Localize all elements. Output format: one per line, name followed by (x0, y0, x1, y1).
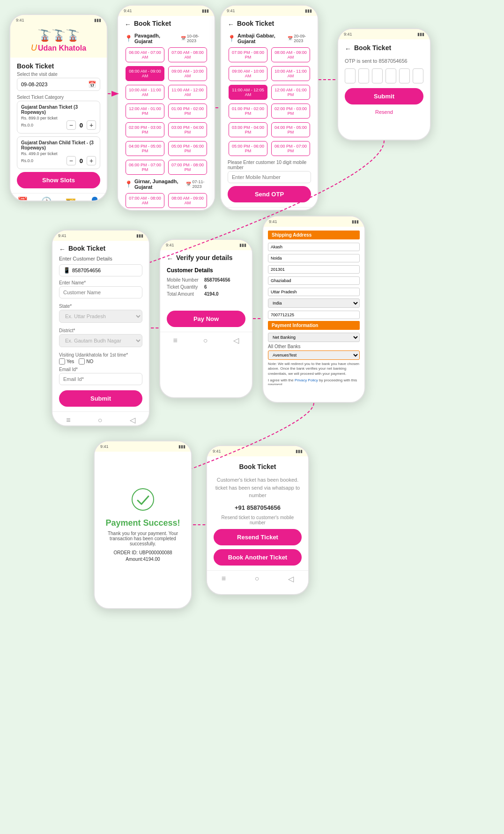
otp-input-area (345, 68, 423, 83)
slot-girnar-0800-0900[interactable]: 08:00 AM - 09:00 AM (168, 193, 207, 208)
ship-district[interactable] (268, 276, 360, 285)
date-input-row[interactable]: 09-08-2023 📅 (17, 78, 100, 91)
ambaji-slot-1100-1200[interactable]: 11:00 AM - 12:05 AM (229, 85, 267, 100)
date-label: Select the visit date (17, 72, 100, 77)
nav-home-6[interactable]: ○ (203, 336, 208, 345)
back-arrow-3[interactable]: ← (228, 21, 234, 28)
slot-girnar-0700-0800[interactable]: 07:00 AM - 08:00 AM (126, 193, 164, 208)
ship-city[interactable] (268, 254, 360, 262)
ambaji-slot-0400-0500pm[interactable]: 04:00 PM - 05:00 PM (271, 122, 310, 137)
slot-0900-1000[interactable]: 09:00 AM - 10:00 AM (168, 66, 207, 81)
slot-1200-0100pm[interactable]: 12:00 AM - 01:00 PM (126, 104, 164, 119)
submit-otp-btn[interactable]: Submit (345, 88, 423, 104)
slots-grid-girnar: 07:00 AM - 08:00 AM 08:00 AM - 09:00 AM (125, 192, 208, 209)
send-otp-btn-3[interactable]: Send OTP (228, 186, 311, 202)
nav-menu-5[interactable]: ≡ (66, 416, 70, 424)
ambaji-slot-1000-1100[interactable]: 10:00 AM - 11:00 AM (271, 66, 310, 81)
otp-box-1[interactable] (345, 68, 356, 83)
checkbox-no: NO (79, 358, 93, 365)
phone-booking-confirmed: 9:41 ▮▮▮ Book Ticket Customer's ticket h… (206, 445, 309, 595)
slot-0100-0200pm[interactable]: 01:00 PM - 02:00 PM (168, 104, 207, 119)
back-arrow-5[interactable]: ← (59, 246, 66, 253)
back-arrow-4[interactable]: ← (345, 45, 351, 52)
slot-0600-0700[interactable]: 06:00 AM - 07:00 AM (126, 47, 164, 62)
submit-details-btn[interactable]: Submit (59, 390, 142, 407)
nav-back-9[interactable]: ◁ (288, 574, 294, 583)
resend-ticket-btn[interactable]: Resend Ticket (214, 529, 302, 545)
ambaji-slot-0100-0200pm[interactable]: 01:00 PM - 02:00 PM (229, 104, 267, 119)
tab-history[interactable]: 🕐 (41, 196, 52, 201)
calendar-icon[interactable]: 📅 (88, 81, 96, 88)
pay-now-btn[interactable]: Pay Now (167, 311, 245, 327)
slot-0300-0400pm[interactable]: 03:00 PM - 04:00 PM (168, 122, 207, 137)
ship-phone[interactable] (268, 311, 360, 319)
qty-val-1: 0 (80, 122, 83, 129)
yes-checkbox[interactable] (59, 358, 65, 365)
nav-back-5[interactable]: ◁ (130, 416, 135, 424)
slot-0700-0800pm[interactable]: 07:00 PM - 08:00 PM (168, 160, 207, 175)
otp-box-2[interactable] (358, 68, 369, 83)
tab-calendar[interactable]: 📅 (17, 196, 28, 201)
no-checkbox[interactable] (79, 358, 85, 365)
slot-0200-0300pm[interactable]: 02:00 PM - 03:00 PM (126, 122, 164, 137)
district-select[interactable]: Ex. Gautam Budh Nagar (59, 334, 142, 347)
ship-name[interactable] (268, 243, 360, 251)
slot-0600-0700pm[interactable]: 06:00 PM - 07:00 PM (126, 160, 164, 175)
slot-1000-1100[interactable]: 10:00 AM - 11:00 AM (126, 85, 164, 100)
nav-home-9[interactable]: ○ (255, 574, 259, 583)
back-arrow-6[interactable]: ← (167, 255, 173, 262)
resend-otp-link[interactable]: Resend (345, 109, 423, 115)
mobile-label-3: Please Enter customer 10 digit mobile nu… (228, 160, 311, 170)
nav-back-6[interactable]: ◁ (233, 336, 239, 345)
otp-box-6[interactable] (413, 68, 423, 83)
ambaji-slot-0300-0400pm[interactable]: 03:00 PM - 04:00 PM (229, 122, 267, 137)
back-arrow-2[interactable]: ← (125, 21, 131, 28)
slot-0500-0600pm[interactable]: 05:00 PM - 06:00 PM (168, 141, 207, 156)
payment-info-header: Payment Information (268, 321, 360, 330)
email-field-row: Email Id* (59, 367, 142, 388)
slot-0400-0500pm[interactable]: 04:00 PM - 05:00 PM (126, 141, 164, 156)
ship-pin[interactable] (268, 265, 360, 274)
category-label: Select Ticket Category (17, 95, 100, 100)
ambaji-slot-0800-0900[interactable]: 08:00 AM - 09:00 AM (271, 47, 310, 62)
ropeway-illustration: 🚡🚡🚡 (16, 29, 101, 42)
ship-country[interactable]: India (268, 298, 360, 308)
ambaji-slot-0900-1000[interactable]: 09:00 AM - 10:00 AM (229, 66, 267, 81)
ambaji-slot-0600-0700pm[interactable]: 06:00 PM - 07:00 PM (271, 141, 310, 156)
show-slots-button[interactable]: Show Slots (17, 172, 100, 188)
otp-box-4[interactable] (385, 68, 396, 83)
qty-plus-1[interactable]: + (87, 120, 96, 130)
qty-minus-2[interactable]: − (67, 156, 76, 165)
time-8: 9:41 (100, 444, 109, 449)
nav-menu-6[interactable]: ≡ (173, 336, 177, 345)
payment-type-select[interactable]: Net Banking (268, 333, 360, 342)
ambaji-slot-0700pm-0800pm[interactable]: 07:00 PM - 08:00 PM (229, 47, 267, 62)
ship-state[interactable] (268, 288, 360, 296)
nav-menu-9[interactable]: ≡ (222, 574, 226, 583)
book-ticket-title: Book Ticket (17, 62, 100, 70)
privacy-policy-link[interactable]: Privacy Policy (295, 378, 318, 382)
slot-0800-0900[interactable]: 08:00 AM - 09:00 AM (126, 66, 164, 81)
qty-plus-2[interactable]: + (87, 156, 96, 165)
qty-control-1: − 0 + (67, 120, 96, 130)
bank-select[interactable]: AvenuesTest (268, 350, 360, 360)
detail-mobile-label: Mobile Number (167, 277, 204, 283)
ambaji-slot-1200-0100pm[interactable]: 12:00 AM - 01:00 PM (271, 85, 310, 100)
district-label: District* (59, 328, 142, 333)
state-select[interactable]: Ex. Uttar Pradesh (59, 310, 142, 323)
mobile-input-3[interactable] (228, 171, 311, 183)
tab-person[interactable]: 👤 (89, 196, 100, 201)
nav-home-5[interactable]: ○ (98, 416, 103, 424)
ambaji-slot-0500-0600pm[interactable]: 05:00 PM - 06:00 PM (229, 141, 267, 156)
book-another-btn[interactable]: Book Another Ticket (214, 549, 302, 566)
tab-ticket[interactable]: 🎫 (66, 196, 76, 201)
slot-1100-1200[interactable]: 11:00 AM - 12:00 AM (168, 85, 207, 100)
otp-box-5[interactable] (399, 68, 410, 83)
qty-minus-1[interactable]: − (67, 120, 76, 130)
slot-0700-0800[interactable]: 07:00 AM - 08:00 AM (168, 47, 207, 62)
email-input[interactable] (59, 373, 142, 385)
otp-box-3[interactable] (372, 68, 383, 83)
name-input[interactable] (59, 286, 142, 298)
loc-name-girnar: Girnar, Junagadh, Gujarat (134, 179, 184, 190)
ambaji-slot-0200-0300pm[interactable]: 02:00 PM - 03:00 PM (271, 104, 310, 119)
